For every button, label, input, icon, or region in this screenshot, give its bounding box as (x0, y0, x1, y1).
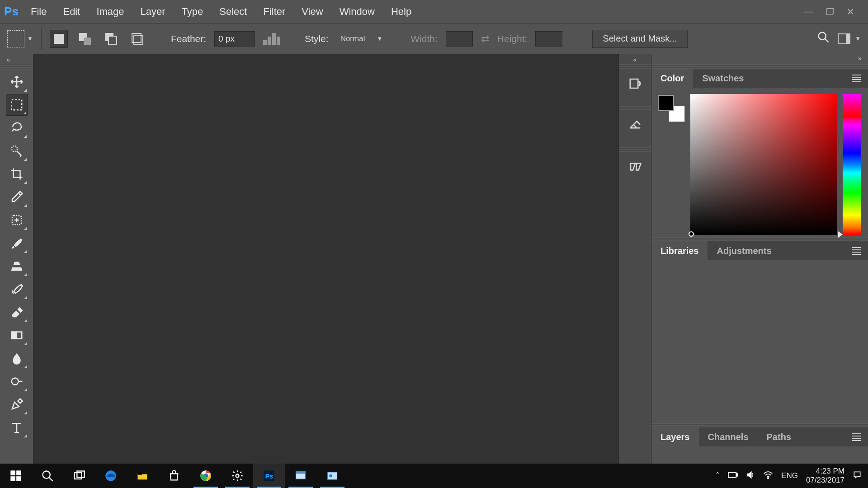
rectangular-marquee-tool[interactable] (6, 94, 28, 116)
type-tool[interactable] (6, 417, 28, 438)
battery-icon[interactable] (728, 471, 738, 480)
menu-window[interactable]: Window (331, 0, 383, 23)
svg-text:Ps: Ps (265, 473, 273, 480)
app-icon-2[interactable] (316, 464, 348, 488)
wifi-icon[interactable] (763, 471, 773, 481)
panel-grip[interactable] (651, 423, 868, 427)
quick-selection-tool[interactable] (6, 140, 28, 162)
tab-channels[interactable]: Channels (699, 427, 758, 446)
close-icon[interactable]: ✕ (847, 6, 854, 17)
panel-menu-icon[interactable] (844, 69, 868, 88)
foreground-color-swatch[interactable] (658, 95, 674, 111)
brush-tool[interactable] (6, 232, 28, 254)
dock-collapse-icon[interactable]: » (651, 54, 868, 64)
history-brush-tool[interactable] (6, 278, 28, 300)
style-value: Normal (340, 34, 365, 43)
selection-add-button[interactable] (76, 30, 94, 48)
toolbar-grip[interactable] (0, 64, 33, 70)
menu-type[interactable]: Type (174, 0, 212, 23)
menu-layer[interactable]: Layer (132, 0, 174, 23)
menu-view[interactable]: View (293, 0, 331, 23)
selection-new-button[interactable] (50, 30, 68, 48)
brush-settings-panel-icon[interactable] (625, 156, 646, 177)
maximize-icon[interactable]: ❐ (826, 6, 834, 17)
edge-browser-icon[interactable] (95, 464, 127, 488)
history-panel-icon[interactable] (625, 73, 646, 94)
tab-libraries[interactable]: Libraries (651, 241, 708, 260)
svg-rect-18 (138, 473, 142, 475)
tab-color[interactable]: Color (651, 69, 693, 88)
style-select[interactable]: Normal ▼ (337, 31, 387, 47)
volume-icon[interactable] (746, 470, 755, 482)
panel-menu-icon[interactable] (844, 241, 868, 260)
svg-point-30 (768, 477, 769, 479)
minimize-icon[interactable]: — (804, 6, 813, 17)
dodge-tool[interactable] (6, 371, 28, 392)
app-icon[interactable] (285, 464, 316, 488)
start-button[interactable] (0, 464, 32, 488)
tab-paths[interactable]: Paths (758, 427, 800, 446)
menu-file[interactable]: File (23, 0, 55, 23)
svg-point-27 (329, 474, 332, 478)
dock-grip[interactable] (619, 147, 651, 152)
file-explorer-icon[interactable] (127, 464, 158, 488)
eraser-tool[interactable] (6, 301, 28, 323)
menu-edit[interactable]: Edit (55, 0, 88, 23)
svg-line-14 (49, 478, 53, 481)
blur-tool[interactable] (6, 347, 28, 369)
input-language[interactable]: ENG (781, 471, 798, 480)
panel-menu-icon[interactable] (844, 427, 868, 446)
chevron-down-icon: ▼ (27, 35, 33, 42)
tab-swatches[interactable]: Swatches (693, 69, 753, 88)
photoshop-taskbar-icon[interactable]: Ps (253, 464, 285, 488)
eyedropper-tool[interactable] (6, 186, 28, 208)
toolbar-expand-icon[interactable]: » (0, 54, 33, 64)
gradient-tool[interactable] (6, 324, 28, 346)
svg-rect-15 (75, 473, 82, 479)
tool-preset-picker[interactable]: ▼ (7, 30, 33, 47)
settings-icon[interactable] (222, 464, 253, 488)
dock-grip[interactable] (619, 106, 651, 110)
menu-filter[interactable]: Filter (255, 0, 293, 23)
tab-layers[interactable]: Layers (651, 427, 699, 446)
swap-dimensions-icon: ⇄ (481, 33, 489, 45)
photoshop-window: Ps File Edit Image Layer Type Select Fil… (0, 0, 868, 464)
store-icon[interactable] (158, 464, 190, 488)
feather-input[interactable]: 0 px (214, 31, 255, 47)
chevron-down-icon: ▼ (855, 35, 861, 42)
workspace-switcher[interactable]: ▼ (838, 33, 861, 44)
color-saturation-value-picker[interactable] (690, 94, 837, 235)
spot-healing-brush-tool[interactable] (6, 209, 28, 231)
layers-panel (651, 446, 868, 455)
menu-image[interactable]: Image (88, 0, 132, 23)
tray-expand-icon[interactable]: ˄ (716, 471, 720, 481)
foreground-background-swatch[interactable] (658, 95, 685, 122)
clone-stamp-tool[interactable] (6, 255, 28, 277)
task-view-icon[interactable] (63, 464, 95, 488)
tab-adjustments[interactable]: Adjustments (708, 241, 780, 260)
windows-taskbar: Ps ˄ ENG 4:23 PM 07/23/2017 (0, 464, 868, 488)
taskbar-clock[interactable]: 4:23 PM 07/23/2017 (806, 467, 844, 485)
crop-tool[interactable] (6, 163, 28, 185)
action-center-icon[interactable] (853, 470, 862, 482)
selection-subtract-button[interactable] (102, 30, 120, 48)
hue-slider-handle[interactable] (838, 231, 843, 238)
panel-grip[interactable] (651, 237, 868, 241)
document-canvas[interactable] (33, 54, 618, 464)
pen-tool[interactable] (6, 394, 28, 415)
chrome-icon[interactable] (190, 464, 222, 488)
selection-intersect-button[interactable] (128, 30, 146, 48)
dock-grip[interactable] (619, 64, 651, 69)
properties-panel-icon[interactable] (625, 115, 646, 136)
lasso-tool[interactable] (6, 117, 28, 139)
menu-help[interactable]: Help (383, 0, 420, 23)
color-hue-slider[interactable] (843, 94, 861, 235)
taskbar-search-icon[interactable] (32, 464, 63, 488)
panel-grip[interactable] (651, 64, 868, 69)
antialias-icon (263, 33, 280, 45)
select-and-mask-button[interactable]: Select and Mask... (592, 30, 688, 48)
dock-collapse-icon[interactable]: « (619, 54, 651, 64)
move-tool[interactable] (6, 71, 28, 93)
search-icon[interactable] (817, 31, 830, 47)
menu-select[interactable]: Select (211, 0, 255, 23)
